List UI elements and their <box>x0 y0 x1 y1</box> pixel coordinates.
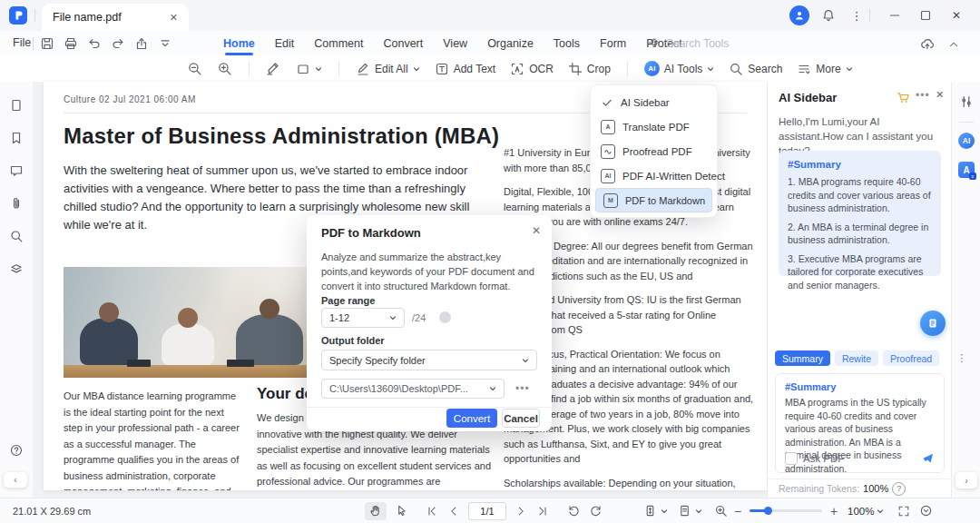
quick-access-more-icon[interactable] <box>158 36 172 51</box>
share-icon[interactable] <box>134 36 149 51</box>
edit-all-button[interactable]: Edit All <box>350 59 426 79</box>
dropdown-item-pdf-to-markdown[interactable]: M PDF to Markdown <box>595 188 712 212</box>
ai-sidebar-toggle-icon[interactable]: AI <box>958 133 975 149</box>
collapse-toolbar-icon[interactable] <box>947 38 960 51</box>
expand-right-panel-button[interactable]: › <box>956 472 977 488</box>
ocr-button[interactable]: OCR <box>505 59 559 79</box>
add-text-button[interactable]: Add Text <box>429 59 501 79</box>
more-button[interactable]: More <box>791 59 858 79</box>
collapse-left-panel-button[interactable]: ‹ <box>4 472 27 488</box>
bookmarks-icon[interactable] <box>9 131 24 145</box>
highlighter-icon[interactable] <box>260 58 287 79</box>
attachments-icon[interactable] <box>9 196 24 211</box>
menu-item-tools[interactable]: Tools <box>554 37 580 50</box>
scroll-mode-icon[interactable] <box>639 502 661 520</box>
help-icon[interactable] <box>9 443 24 458</box>
crop-button[interactable]: Crop <box>563 59 616 79</box>
tokens-help-icon[interactable]: ? <box>892 482 906 496</box>
file-menu[interactable]: File <box>13 36 31 49</box>
zoom-chevron-icon[interactable] <box>877 508 884 515</box>
last-page-icon[interactable] <box>532 502 554 520</box>
output-folder-select[interactable]: Specify Specify folder <box>321 350 537 370</box>
rotate-left-icon[interactable] <box>563 502 584 520</box>
window-close-button[interactable]: ✕ <box>944 5 969 26</box>
search-pages-icon[interactable] <box>9 229 24 243</box>
ai-quick-action-button[interactable] <box>920 311 946 336</box>
comments-icon[interactable] <box>9 163 24 178</box>
kebab-menu-icon[interactable]: ⋮ <box>844 5 869 26</box>
fit-screen-icon[interactable] <box>893 502 915 520</box>
zoom-slider[interactable] <box>750 509 822 512</box>
scroll-mode-chevron-icon[interactable] <box>661 508 668 515</box>
tab-close-icon[interactable]: ✕ <box>170 12 178 24</box>
search-button[interactable]: Search <box>723 59 788 79</box>
dialog-close-icon[interactable]: ✕ <box>532 224 541 237</box>
ask-pdf-input[interactable]: Ask PDF <box>785 451 935 465</box>
undo-icon[interactable] <box>87 36 102 51</box>
menu-item-edit[interactable]: Edit <box>275 37 295 50</box>
first-page-icon[interactable] <box>421 502 443 520</box>
tab-summary[interactable]: Summary <box>775 350 830 366</box>
send-icon[interactable] <box>921 451 935 465</box>
minimize-button[interactable] <box>882 5 907 26</box>
rotate-right-icon[interactable] <box>584 502 606 520</box>
summary-title: #Summary <box>788 159 932 170</box>
redo-icon[interactable] <box>111 36 125 51</box>
cart-icon[interactable] <box>897 91 910 104</box>
marquee-zoom-icon[interactable] <box>710 502 731 520</box>
ai-settings-sliders-icon[interactable] <box>959 94 974 109</box>
page-number-input[interactable]: 1/1 <box>468 502 506 520</box>
notifications-bell-icon[interactable] <box>816 5 841 26</box>
hand-tool-icon[interactable] <box>365 502 387 520</box>
zoom-out-icon[interactable] <box>181 58 208 79</box>
zoom-slider-knob[interactable] <box>764 507 772 515</box>
dialog-description: Analyze and summarize the abstract,key p… <box>321 250 539 293</box>
page-thumbnails-icon[interactable] <box>9 98 24 113</box>
menu-item-home[interactable]: Home <box>223 37 255 50</box>
menu-item-convert[interactable]: Convert <box>383 37 423 50</box>
tabs-kebab-icon[interactable]: ⋮ <box>956 352 966 364</box>
page-view-mode-icon[interactable] <box>673 502 695 520</box>
edit-all-label: Edit All <box>375 63 408 75</box>
search-tools[interactable]: Search Tools <box>648 31 729 55</box>
tab-rewrite[interactable]: Rewite <box>835 350 878 366</box>
zoom-out-minus-icon[interactable]: − <box>731 504 744 518</box>
menu-item-form[interactable]: Form <box>600 37 626 50</box>
previous-page-icon[interactable] <box>443 502 465 520</box>
save-icon[interactable] <box>40 36 54 51</box>
translate-tool-icon[interactable]: A≡ <box>958 162 975 178</box>
layers-icon[interactable] <box>9 262 24 276</box>
dropdown-item-ai-written-detect[interactable]: AI PDF AI-Written Detect <box>595 163 712 188</box>
print-icon[interactable] <box>64 36 78 51</box>
panel-more-icon[interactable]: ••• <box>916 89 930 102</box>
convert-button[interactable]: Convert <box>446 409 497 428</box>
document-tab[interactable]: File name.pdf ✕ <box>42 4 189 31</box>
page-range-select[interactable]: 1-12 <box>321 308 405 328</box>
tab-proofread[interactable]: Proofread <box>883 350 939 366</box>
menu-item-organize[interactable]: Organize <box>487 37 534 50</box>
ask-pdf-checkbox[interactable] <box>785 452 798 465</box>
dropdown-item-ai-sidebar[interactable]: AI Sidebar <box>595 90 712 114</box>
dropdown-item-translate-pdf[interactable]: A Translate PDF <box>595 114 712 139</box>
collapse-statusbar-icon[interactable] <box>915 502 936 520</box>
panel-close-icon[interactable]: ✕ <box>936 89 944 101</box>
select-tool-icon[interactable] <box>390 502 412 520</box>
zoom-in-plus-icon[interactable]: + <box>828 504 840 518</box>
next-page-icon[interactable] <box>510 502 532 520</box>
shape-tool-icon[interactable] <box>290 59 328 79</box>
cloud-upload-icon[interactable] <box>920 36 935 51</box>
cancel-button[interactable]: Cancel <box>502 409 540 428</box>
maximize-button[interactable] <box>913 5 938 26</box>
ai-tools-button[interactable]: AI AI Tools <box>639 58 720 79</box>
menu-item-comment[interactable]: Comment <box>314 37 363 50</box>
browse-folder-icon[interactable]: ••• <box>515 382 530 395</box>
account-avatar[interactable] <box>789 5 809 25</box>
page-total-label: /24 <box>412 312 426 323</box>
output-path-select[interactable]: C:\Users\13609\Desktop\PDF... <box>321 379 505 399</box>
tokens-footer: Remaining Tokens: 100% ? <box>768 479 952 498</box>
zoom-percentage[interactable]: 100% <box>848 506 874 517</box>
page-view-chevron-icon[interactable] <box>695 508 702 515</box>
zoom-in-icon[interactable] <box>211 58 238 79</box>
menu-item-view[interactable]: View <box>443 37 467 50</box>
dropdown-item-proofread-pdf[interactable]: Proofread PDF <box>595 139 712 163</box>
